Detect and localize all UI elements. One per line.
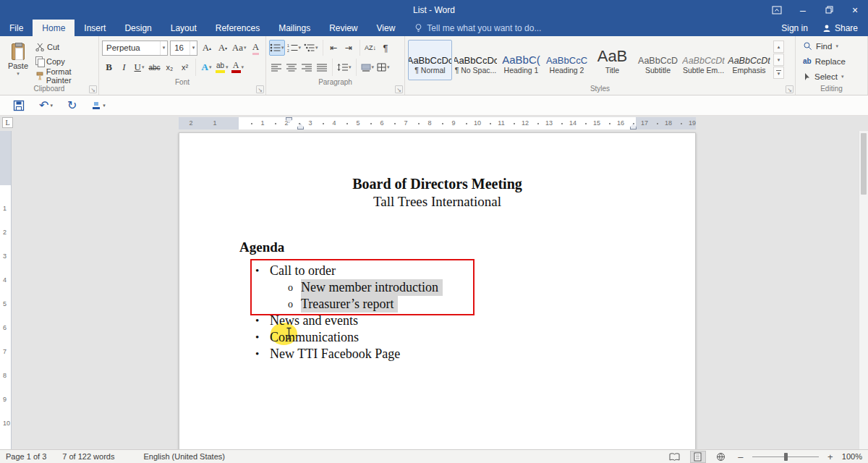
- chevron-down-icon[interactable]: ▾: [160, 41, 168, 55]
- font-color-button[interactable]: A ▾: [231, 59, 245, 75]
- style-title[interactable]: AaB Title: [590, 40, 634, 80]
- styles-dialog-launcher[interactable]: ↘: [786, 85, 793, 93]
- format-painter-button[interactable]: Format Painter: [33, 69, 95, 82]
- status-page-count[interactable]: Page 1 of 3: [6, 452, 46, 461]
- grow-font-button[interactable]: A▴: [200, 40, 213, 56]
- list-item[interactable]: o New member introduction: [179, 279, 695, 296]
- tab-view[interactable]: View: [367, 20, 405, 36]
- zoom-out-button[interactable]: –: [736, 451, 745, 462]
- tab-stop-selector[interactable]: L: [2, 117, 13, 128]
- italic-button[interactable]: I: [117, 59, 131, 75]
- decrease-indent-button[interactable]: ⇤: [327, 40, 341, 56]
- chevron-down-icon[interactable]: ▾: [190, 41, 197, 55]
- increase-indent-button[interactable]: ⇥: [342, 40, 356, 56]
- cut-button[interactable]: Cut: [33, 41, 95, 54]
- style-normal[interactable]: AaBbCcDc ¶ Normal: [408, 40, 452, 80]
- read-mode-button[interactable]: [667, 451, 683, 463]
- zoom-slider[interactable]: [752, 451, 819, 463]
- subscript-button[interactable]: x₂: [163, 59, 176, 75]
- strikethrough-button[interactable]: abc: [148, 59, 161, 75]
- font-size-combo[interactable]: 16 ▾: [170, 41, 197, 56]
- tab-review[interactable]: Review: [320, 20, 367, 36]
- scrollbar-thumb[interactable]: [861, 133, 867, 195]
- justify-button[interactable]: [315, 59, 328, 75]
- text-effects-button[interactable]: A▾: [200, 59, 213, 75]
- minimize-button[interactable]: –: [790, 0, 816, 20]
- status-language[interactable]: English (United States): [143, 452, 225, 461]
- numbering-button[interactable]: 12 ▾: [286, 40, 302, 56]
- doc-title-line2[interactable]: Tall Trees International: [179, 193, 695, 210]
- bullets-button[interactable]: ▾: [269, 40, 285, 56]
- paragraph-dialog-launcher[interactable]: ↘: [395, 85, 403, 93]
- print-layout-button[interactable]: [690, 451, 706, 463]
- doc-title-line1[interactable]: Board of Directors Meeting: [179, 175, 695, 192]
- paste-button[interactable]: Paste ▾: [3, 38, 33, 82]
- customize-qat-button[interactable]: ▾: [87, 97, 110, 114]
- line-spacing-button[interactable]: ▾: [336, 59, 352, 75]
- style-emphasis[interactable]: AaBbCcDt Emphasis: [727, 40, 771, 80]
- tab-mailings[interactable]: Mailings: [269, 20, 320, 36]
- superscript-button[interactable]: x²: [178, 59, 192, 75]
- status-word-count[interactable]: 7 of 122 words: [62, 452, 114, 461]
- zoom-slider-thumb[interactable]: [784, 453, 788, 461]
- replace-button[interactable]: ab Replace: [799, 54, 864, 68]
- style-heading-1[interactable]: AaBbC( Heading 1: [499, 40, 543, 80]
- list-item[interactable]: • Communications: [179, 329, 695, 346]
- shrink-font-button[interactable]: A▾: [216, 40, 229, 56]
- text-highlight-button[interactable]: ab ▾: [215, 59, 229, 75]
- select-button[interactable]: Select ▾: [799, 69, 864, 83]
- list-item[interactable]: • News and events: [179, 313, 695, 329]
- save-button[interactable]: [9, 97, 29, 114]
- list-item[interactable]: • New TTI Facebook Page: [179, 346, 695, 362]
- undo-button[interactable]: ↶ ▾: [35, 97, 57, 114]
- list-item[interactable]: o Treasurer’s report: [179, 296, 695, 313]
- clipboard-dialog-launcher[interactable]: ↘: [89, 85, 97, 93]
- share-button[interactable]: Share: [822, 23, 858, 33]
- gallery-more-button[interactable]: ▾: [773, 67, 784, 79]
- tab-file[interactable]: File: [0, 20, 33, 36]
- bold-button[interactable]: B: [102, 59, 116, 75]
- style-no-spacing[interactable]: AaBbCcDc ¶ No Spac...: [454, 40, 498, 80]
- gallery-scroll-down-button[interactable]: ▾: [773, 54, 784, 66]
- change-case-button[interactable]: Aa▾: [231, 40, 247, 56]
- list-item[interactable]: • Call to order: [179, 263, 695, 279]
- show-formatting-marks-button[interactable]: ¶: [379, 40, 393, 56]
- tab-design[interactable]: Design: [115, 20, 161, 36]
- restore-button[interactable]: [816, 0, 842, 20]
- shading-button[interactable]: ▾: [360, 59, 375, 75]
- multilevel-list-button[interactable]: ▾: [303, 40, 319, 56]
- borders-button[interactable]: ▾: [376, 59, 391, 75]
- align-left-button[interactable]: [269, 59, 283, 75]
- underline-button[interactable]: U▾: [132, 59, 146, 75]
- tab-home[interactable]: Home: [33, 20, 75, 36]
- document-page[interactable]: Board of Directors Meeting Tall Trees In…: [179, 132, 696, 449]
- font-dialog-launcher[interactable]: ↘: [256, 85, 264, 93]
- sign-in-link[interactable]: Sign in: [781, 23, 808, 33]
- close-button[interactable]: ×: [842, 0, 868, 20]
- align-center-button[interactable]: [284, 59, 298, 75]
- restore-icon: [825, 6, 833, 14]
- horizontal-ruler[interactable]: 1234567891011121314151617181921: [179, 117, 696, 129]
- style-subtle-emphasis[interactable]: AaBbCcDt Subtle Em...: [681, 40, 726, 80]
- zoom-in-button[interactable]: +: [826, 451, 835, 462]
- tab-insert[interactable]: Insert: [75, 20, 115, 36]
- style-subtitle[interactable]: AaBbCcD Subtitle: [636, 40, 680, 80]
- font-name-combo[interactable]: Perpetua ▾: [102, 41, 168, 56]
- vertical-ruler[interactable]: 12345678910: [0, 131, 12, 449]
- clear-formatting-button[interactable]: A: [249, 40, 263, 56]
- copy-button[interactable]: Copy: [33, 55, 95, 68]
- vertical-scrollbar[interactable]: [859, 131, 868, 449]
- tell-me-box[interactable]: Tell me what you want to do...: [414, 20, 541, 36]
- tab-references[interactable]: References: [206, 20, 269, 36]
- ribbon-display-options-button[interactable]: [764, 0, 790, 20]
- tab-layout[interactable]: Layout: [161, 20, 206, 36]
- style-heading-2[interactable]: AaBbCcC Heading 2: [545, 40, 589, 80]
- align-right-button[interactable]: [299, 59, 313, 75]
- redo-button[interactable]: ↻: [63, 97, 81, 114]
- find-button[interactable]: Find ▾: [799, 39, 864, 53]
- zoom-level[interactable]: 100%: [842, 452, 862, 461]
- doc-heading-agenda[interactable]: Agenda: [239, 239, 695, 256]
- web-layout-button[interactable]: [713, 451, 729, 463]
- sort-button[interactable]: AZ↓: [364, 40, 378, 56]
- gallery-scroll-up-button[interactable]: ▴: [773, 41, 784, 53]
